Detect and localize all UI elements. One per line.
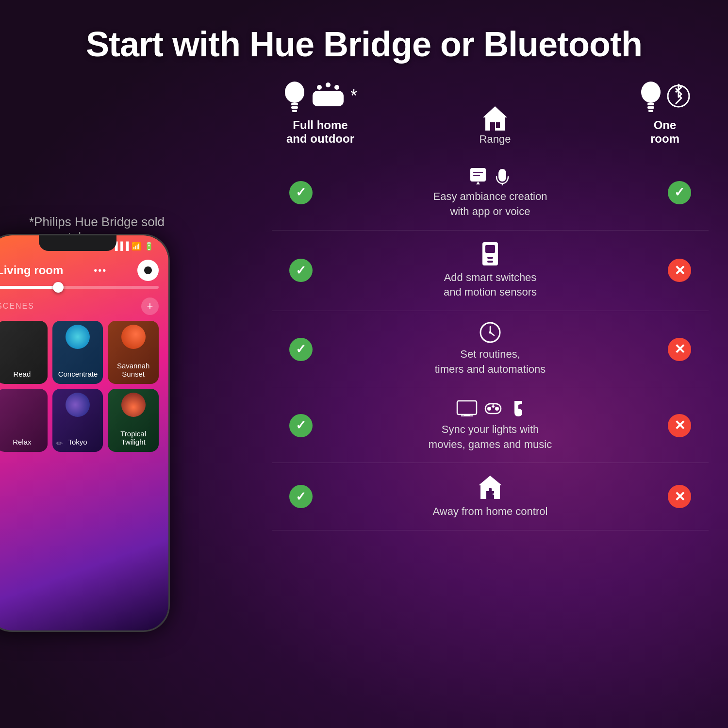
away-home-icon (476, 474, 505, 500)
svg-rect-16 (647, 106, 654, 109)
scene-relax[interactable]: Relax (0, 389, 48, 452)
feature-row-voice: ✓ Easy ambiance creation with app or voi… (272, 155, 709, 231)
scene-tokyo-edit[interactable]: ✏ (56, 439, 63, 448)
scene-concentrate-thumb (66, 325, 90, 349)
clock-icon (480, 322, 501, 343)
switch-icon (481, 241, 499, 266)
range-house-icon (480, 104, 510, 133)
svg-rect-13 (496, 122, 500, 128)
scene-savannah-label: Savannah Sunset (114, 362, 153, 378)
status-bar-icons: ▐▐▐ 📶 🔋 (112, 242, 154, 251)
page-title: Start with Hue Bridge or Bluetooth (86, 24, 642, 64)
feature-text-voice: Easy ambiance creation with app or voice (433, 189, 547, 219)
add-scene-button[interactable]: + (141, 298, 159, 315)
svg-rect-40 (489, 488, 492, 493)
svg-rect-23 (485, 245, 495, 253)
bridge-check-switch: ✓ (289, 259, 313, 282)
bt-check-away: ✕ (668, 485, 691, 508)
svg-point-6 (326, 83, 331, 87)
scenes-label: SCENES (0, 302, 34, 311)
svg-rect-32 (461, 415, 473, 416)
scene-read[interactable]: Read (0, 321, 48, 384)
svg-rect-15 (647, 103, 654, 105)
feature-text-away: Away from home control (433, 504, 548, 519)
room-title: Living room (0, 264, 63, 277)
svg-point-0 (285, 82, 304, 103)
bridge-column-header: * Full home and outdoor (272, 79, 369, 146)
feature-row-routines: ✓ Set routines, timers and automations ✕ (272, 311, 709, 388)
scenes-grid: Read Concentrate Savannah Sunset (0, 321, 159, 452)
svg-point-10 (334, 96, 339, 101)
svg-point-8 (317, 96, 322, 101)
room-toggle[interactable] (137, 260, 159, 281)
svg-rect-24 (487, 257, 493, 259)
svg-rect-1 (291, 103, 298, 105)
svg-point-14 (641, 82, 661, 103)
svg-point-5 (317, 85, 322, 90)
feature-rows: ✓ Easy ambiance creation with app or voi… (272, 155, 709, 530)
svg-rect-30 (457, 401, 477, 414)
svg-point-29 (489, 331, 492, 334)
bt-col-label: One room (650, 118, 679, 146)
feature-text-switch: Add smart switches and motion sensors (444, 270, 537, 300)
scene-tropical[interactable]: Tropical Twilight (108, 389, 159, 452)
svg-rect-2 (291, 106, 298, 109)
bulb-icon (283, 79, 306, 114)
svg-point-34 (487, 407, 491, 411)
phone-mockup: ▐▐▐ 📶 🔋 Living room ••• (0, 234, 189, 671)
svg-point-7 (334, 85, 339, 90)
bluetooth-icon (667, 79, 690, 114)
bluetooth-column-header: One room (621, 79, 709, 146)
scene-relax-label: Relax (2, 438, 42, 446)
bridge-col-label: Full home and outdoor (286, 118, 354, 146)
scene-tropical-label: Tropical Twilight (114, 430, 153, 446)
room-options[interactable]: ••• (94, 265, 107, 276)
bridge-check-voice: ✓ (289, 181, 313, 204)
feature-row-away: ✓ Away from home control ✕ (272, 463, 709, 530)
svg-point-35 (495, 407, 499, 411)
bridge-check-sync: ✓ (289, 414, 313, 437)
svg-point-9 (326, 96, 331, 101)
svg-rect-17 (648, 110, 653, 112)
bridge-check-away: ✓ (289, 485, 313, 508)
bt-check-sync: ✕ (668, 414, 691, 437)
sync-icon (456, 399, 524, 418)
svg-rect-19 (473, 172, 483, 173)
feature-text-routines: Set routines, timers and automations (435, 347, 546, 377)
bt-check-routines: ✕ (668, 338, 691, 361)
bridge-check-routines: ✓ (289, 338, 313, 361)
feature-row-switch: ✓ Add smart switches and motion sensors … (272, 231, 709, 312)
svg-rect-25 (487, 261, 493, 263)
scene-tokyo-thumb (66, 393, 90, 417)
scene-concentrate[interactable]: Concentrate (52, 321, 103, 384)
voice-icon (468, 166, 512, 185)
bt-bulb-icon (640, 79, 662, 114)
bt-check-switch: ✕ (668, 259, 691, 282)
svg-rect-20 (473, 175, 480, 176)
scene-tokyo[interactable]: ✏ Tokyo (52, 389, 103, 452)
comparison-section: * Full home and outdoor Range (272, 79, 709, 530)
asterisk: * (350, 86, 357, 106)
scene-savannah-thumb (121, 325, 146, 349)
range-label: Range (480, 133, 511, 146)
scene-read-label: Read (2, 370, 42, 378)
scene-tropical-thumb (121, 393, 146, 417)
scene-savannah[interactable]: Savannah Sunset (108, 321, 159, 384)
svg-rect-3 (292, 110, 297, 112)
feature-row-sync: ✓ Sync your lights with movies, games an… (272, 388, 709, 463)
svg-rect-12 (490, 122, 495, 131)
range-column-header: Range (369, 104, 621, 146)
feature-text-sync: Sync your lights with movies, games and … (429, 422, 552, 452)
brightness-slider[interactable] (0, 286, 159, 289)
scene-tokyo-label: Tokyo (58, 438, 98, 446)
scene-concentrate-label: Concentrate (58, 370, 98, 378)
bt-check-voice: ✓ (668, 181, 691, 204)
bridge-icon (311, 81, 346, 111)
